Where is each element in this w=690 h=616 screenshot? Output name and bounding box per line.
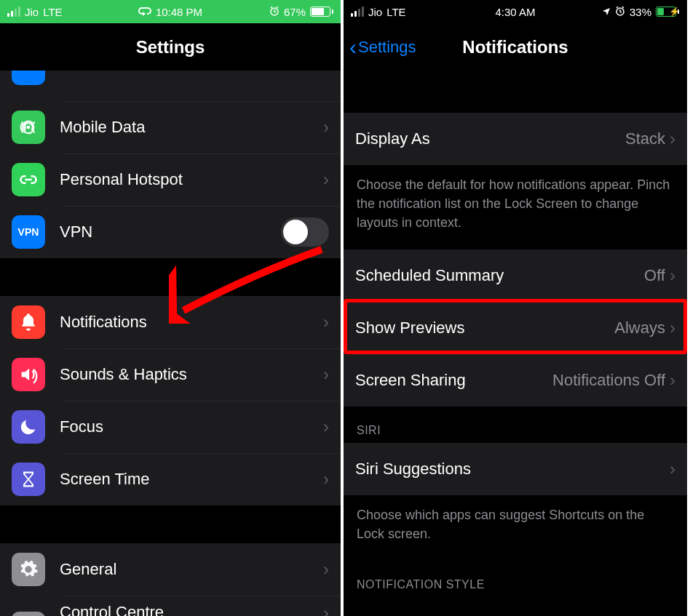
chevron-right-icon: ›	[323, 312, 329, 332]
bell-icon	[12, 305, 45, 339]
row-label: Control Centre	[60, 603, 323, 616]
row-value: Off	[644, 266, 665, 285]
chevron-left-icon: ‹	[349, 36, 357, 58]
speaker-icon	[12, 358, 45, 391]
chevron-right-icon: ›	[323, 559, 329, 580]
title-bar: ‹ Settings Notifications	[344, 23, 687, 71]
back-label: Settings	[358, 38, 416, 57]
status-bar-left: Jio LTE 10:48 PM 67%	[0, 0, 341, 23]
chevron-right-icon: ›	[670, 129, 675, 149]
row-label: Scheduled Summary	[355, 266, 644, 285]
network-label: LTE	[386, 6, 405, 18]
settings-row-sounds[interactable]: Sounds & Haptics ›	[0, 348, 341, 401]
row-label: Sounds & Haptics	[60, 365, 323, 384]
display-as-footer: Choose the default for how notifications…	[344, 165, 687, 249]
settings-row-screen-time[interactable]: Screen Time ›	[0, 453, 341, 505]
vpn-toggle[interactable]	[281, 217, 329, 247]
row-label: Siri Suggestions	[355, 460, 670, 479]
network-label: LTE	[43, 6, 62, 18]
battery-pct: 33%	[630, 6, 651, 18]
svg-point-1	[27, 126, 31, 129]
status-time: 10:48 PM	[156, 6, 202, 18]
row-value: Notifications Off	[552, 371, 665, 390]
row-siri-suggestions[interactable]: Siri Suggestions ›	[344, 443, 687, 495]
row-show-previews[interactable]: Show Previews Always ›	[344, 302, 687, 354]
notifications-screen: Jio LTE 4:30 AM 33% ⚡ ‹ Settings Notific	[344, 0, 687, 616]
link-icon	[12, 163, 45, 196]
chevron-right-icon: ›	[670, 265, 675, 286]
page-title: Notifications	[462, 37, 568, 57]
section-header-siri: SIRI	[344, 407, 687, 443]
settings-row-general[interactable]: General ›	[0, 543, 341, 596]
chevron-right-icon: ›	[323, 417, 329, 437]
settings-row-focus[interactable]: Focus ›	[0, 401, 341, 453]
row-label: Screen Time	[60, 470, 323, 489]
row-label: Mobile Data	[60, 118, 323, 137]
moon-icon	[12, 410, 45, 444]
vpn-icon: VPN	[12, 215, 45, 249]
siri-footer: Choose which apps can suggest Shortcuts …	[344, 495, 687, 561]
row-value: Stack	[625, 129, 665, 148]
page-title: Settings	[136, 37, 205, 57]
row-label: Show Previews	[355, 319, 614, 337]
row-label: General	[60, 560, 323, 579]
row-label: Notifications	[60, 313, 323, 332]
chevron-right-icon: ›	[323, 469, 329, 489]
status-bar-right: Jio LTE 4:30 AM 33% ⚡	[344, 0, 687, 23]
battery-icon	[310, 7, 333, 17]
settings-row-mobile-data[interactable]: Mobile Data ›	[0, 101, 341, 153]
chevron-right-icon: ›	[323, 603, 329, 616]
title-bar: Settings	[0, 23, 341, 71]
toggle-icon	[12, 612, 45, 616]
settings-row-partial-top[interactable]	[0, 71, 341, 101]
hotspot-icon	[138, 6, 151, 18]
alarm-icon	[269, 6, 279, 18]
chevron-right-icon: ›	[323, 117, 329, 137]
antenna-icon	[12, 111, 45, 144]
app-icon-partial	[12, 71, 45, 85]
signal-icon	[7, 7, 20, 17]
status-time: 4:30 AM	[495, 6, 535, 18]
settings-row-notifications[interactable]: Notifications ›	[0, 296, 341, 348]
row-label: VPN	[60, 223, 281, 241]
signal-icon	[351, 7, 364, 17]
chevron-right-icon: ›	[670, 459, 675, 479]
battery-pct: 67%	[284, 6, 306, 18]
chevron-right-icon: ›	[670, 318, 675, 338]
settings-screen: Jio LTE 10:48 PM 67% Settings	[0, 0, 344, 616]
settings-row-vpn[interactable]: VPN VPN	[0, 206, 341, 258]
row-label: Focus	[60, 417, 323, 436]
section-header-notif-style: NOTIFICATION STYLE	[344, 561, 687, 591]
alarm-icon	[615, 6, 625, 18]
row-display-as[interactable]: Display As Stack ›	[344, 113, 687, 165]
gear-icon	[12, 553, 45, 586]
row-scheduled-summary[interactable]: Scheduled Summary Off ›	[344, 249, 687, 302]
settings-row-control-centre[interactable]: Control Centre ›	[0, 596, 341, 616]
hourglass-icon	[12, 463, 45, 496]
carrier-label: Jio	[368, 6, 382, 18]
carrier-label: Jio	[25, 6, 39, 18]
settings-row-personal-hotspot[interactable]: Personal Hotspot ›	[0, 153, 341, 206]
row-label: Screen Sharing	[355, 371, 552, 390]
location-icon	[602, 6, 611, 18]
chevron-right-icon: ›	[323, 169, 329, 190]
row-screen-sharing[interactable]: Screen Sharing Notifications Off ›	[344, 354, 687, 407]
chevron-right-icon: ›	[323, 364, 329, 385]
chevron-right-icon: ›	[670, 370, 675, 391]
back-button[interactable]: ‹ Settings	[349, 36, 416, 58]
row-label: Personal Hotspot	[60, 170, 323, 189]
row-value: Always	[614, 319, 665, 337]
charging-bolt-icon: ⚡	[669, 7, 680, 17]
row-label: Display As	[355, 129, 625, 148]
